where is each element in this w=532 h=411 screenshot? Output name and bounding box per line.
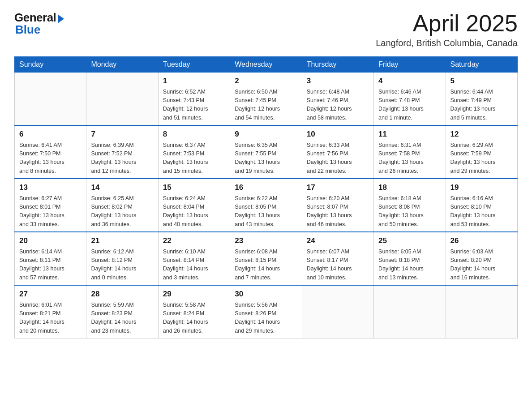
calendar-week-row: 1Sunrise: 6:52 AMSunset: 7:43 PMDaylight… — [15, 73, 518, 126]
day-number: 10 — [307, 128, 369, 140]
calendar-day-cell: 19Sunrise: 6:16 AMSunset: 8:10 PMDayligh… — [446, 179, 517, 232]
calendar-day-cell — [374, 285, 446, 338]
day-number: 2 — [235, 75, 297, 87]
calendar-day-cell: 1Sunrise: 6:52 AMSunset: 7:43 PMDaylight… — [158, 73, 230, 126]
day-info: Sunrise: 6:39 AMSunset: 7:52 PMDaylight:… — [91, 141, 153, 176]
day-number: 6 — [19, 128, 82, 140]
calendar-day-cell: 24Sunrise: 6:07 AMSunset: 8:17 PMDayligh… — [302, 232, 373, 285]
weekday-header-row: SundayMondayTuesdayWednesdayThursdayFrid… — [15, 57, 518, 73]
day-info: Sunrise: 6:48 AMSunset: 7:46 PMDaylight:… — [307, 88, 369, 123]
calendar-day-cell: 14Sunrise: 6:25 AMSunset: 8:02 PMDayligh… — [86, 179, 158, 232]
day-info: Sunrise: 6:52 AMSunset: 7:43 PMDaylight:… — [163, 88, 225, 123]
day-number: 17 — [307, 182, 369, 193]
day-info: Sunrise: 5:58 AMSunset: 8:24 PMDaylight:… — [163, 301, 225, 336]
day-number: 29 — [163, 288, 225, 300]
calendar-day-cell: 3Sunrise: 6:48 AMSunset: 7:46 PMDaylight… — [302, 73, 373, 126]
calendar-day-cell: 2Sunrise: 6:50 AMSunset: 7:45 PMDaylight… — [230, 73, 302, 126]
calendar-day-cell: 11Sunrise: 6:31 AMSunset: 7:58 PMDayligh… — [374, 125, 446, 179]
day-info: Sunrise: 6:33 AMSunset: 7:56 PMDaylight:… — [307, 141, 369, 176]
day-info: Sunrise: 6:16 AMSunset: 8:10 PMDaylight:… — [450, 194, 513, 229]
weekday-header-wednesday: Wednesday — [230, 57, 302, 73]
calendar-day-cell — [15, 73, 86, 126]
day-number: 19 — [450, 182, 513, 193]
calendar-day-cell: 29Sunrise: 5:58 AMSunset: 8:24 PMDayligh… — [158, 285, 230, 338]
day-info: Sunrise: 6:37 AMSunset: 7:53 PMDaylight:… — [163, 141, 225, 176]
day-number: 12 — [450, 128, 513, 140]
weekday-header-monday: Monday — [86, 57, 158, 73]
weekday-header-sunday: Sunday — [15, 57, 86, 73]
calendar-day-cell: 7Sunrise: 6:39 AMSunset: 7:52 PMDaylight… — [86, 125, 158, 179]
day-number: 25 — [378, 235, 441, 247]
day-info: Sunrise: 6:10 AMSunset: 8:14 PMDaylight:… — [163, 248, 225, 283]
day-number: 13 — [19, 182, 82, 193]
weekday-header-thursday: Thursday — [302, 57, 373, 73]
day-info: Sunrise: 6:46 AMSunset: 7:48 PMDaylight:… — [378, 88, 441, 123]
day-info: Sunrise: 6:18 AMSunset: 8:08 PMDaylight:… — [378, 194, 441, 229]
calendar-day-cell — [446, 285, 517, 338]
day-info: Sunrise: 6:50 AMSunset: 7:45 PMDaylight:… — [235, 88, 297, 123]
day-info: Sunrise: 6:22 AMSunset: 8:05 PMDaylight:… — [235, 194, 297, 229]
day-number: 24 — [307, 235, 369, 247]
day-number: 30 — [235, 288, 297, 300]
day-info: Sunrise: 6:24 AMSunset: 8:04 PMDaylight:… — [163, 194, 225, 229]
day-info: Sunrise: 6:27 AMSunset: 8:01 PMDaylight:… — [19, 194, 82, 229]
logo-arrow-icon — [58, 14, 64, 23]
calendar-day-cell: 17Sunrise: 6:20 AMSunset: 8:07 PMDayligh… — [302, 179, 373, 232]
day-number: 1 — [163, 75, 225, 87]
day-number: 16 — [235, 182, 297, 193]
day-info: Sunrise: 5:56 AMSunset: 8:26 PMDaylight:… — [235, 301, 297, 336]
title-area: April 2025 Langford, British Columbia, C… — [376, 11, 518, 48]
day-number: 11 — [378, 128, 441, 140]
weekday-header-saturday: Saturday — [446, 57, 517, 73]
day-number: 9 — [235, 128, 297, 140]
calendar-day-cell: 6Sunrise: 6:41 AMSunset: 7:50 PMDaylight… — [15, 125, 86, 179]
location-subtitle: Langford, British Columbia, Canada — [376, 38, 518, 48]
day-number: 26 — [450, 235, 513, 247]
day-number: 7 — [91, 128, 153, 140]
day-number: 3 — [307, 75, 369, 87]
day-number: 4 — [378, 75, 441, 87]
calendar-day-cell: 8Sunrise: 6:37 AMSunset: 7:53 PMDaylight… — [158, 125, 230, 179]
calendar-day-cell: 23Sunrise: 6:08 AMSunset: 8:15 PMDayligh… — [230, 232, 302, 285]
calendar-day-cell: 9Sunrise: 6:35 AMSunset: 7:55 PMDaylight… — [230, 125, 302, 179]
day-info: Sunrise: 6:31 AMSunset: 7:58 PMDaylight:… — [378, 141, 441, 176]
calendar-table: SundayMondayTuesdayWednesdayThursdayFrid… — [14, 56, 518, 338]
calendar-day-cell: 20Sunrise: 6:14 AMSunset: 8:11 PMDayligh… — [15, 232, 86, 285]
calendar-day-cell: 13Sunrise: 6:27 AMSunset: 8:01 PMDayligh… — [15, 179, 86, 232]
day-number: 22 — [163, 235, 225, 247]
day-number: 14 — [91, 182, 153, 193]
calendar-day-cell: 26Sunrise: 6:03 AMSunset: 8:20 PMDayligh… — [446, 232, 517, 285]
weekday-header-tuesday: Tuesday — [158, 57, 230, 73]
day-info: Sunrise: 6:41 AMSunset: 7:50 PMDaylight:… — [19, 141, 82, 176]
logo: General Blue — [14, 11, 64, 37]
day-number: 27 — [19, 288, 82, 300]
day-info: Sunrise: 6:14 AMSunset: 8:11 PMDaylight:… — [19, 248, 82, 283]
calendar-day-cell: 21Sunrise: 6:12 AMSunset: 8:12 PMDayligh… — [86, 232, 158, 285]
calendar-week-row: 20Sunrise: 6:14 AMSunset: 8:11 PMDayligh… — [15, 232, 518, 285]
calendar-week-row: 6Sunrise: 6:41 AMSunset: 7:50 PMDaylight… — [15, 125, 518, 179]
day-info: Sunrise: 6:44 AMSunset: 7:49 PMDaylight:… — [450, 88, 513, 123]
month-title: April 2025 — [376, 11, 518, 36]
calendar-day-cell: 27Sunrise: 6:01 AMSunset: 8:21 PMDayligh… — [15, 285, 86, 338]
calendar-day-cell: 4Sunrise: 6:46 AMSunset: 7:48 PMDaylight… — [374, 73, 446, 126]
page-header: General Blue April 2025 Langford, Britis… — [14, 11, 518, 48]
day-number: 5 — [450, 75, 513, 87]
day-number: 8 — [163, 128, 225, 140]
day-info: Sunrise: 6:25 AMSunset: 8:02 PMDaylight:… — [91, 194, 153, 229]
calendar-day-cell: 18Sunrise: 6:18 AMSunset: 8:08 PMDayligh… — [374, 179, 446, 232]
day-info: Sunrise: 5:59 AMSunset: 8:23 PMDaylight:… — [91, 301, 153, 336]
calendar-day-cell: 25Sunrise: 6:05 AMSunset: 8:18 PMDayligh… — [374, 232, 446, 285]
calendar-day-cell: 22Sunrise: 6:10 AMSunset: 8:14 PMDayligh… — [158, 232, 230, 285]
day-info: Sunrise: 6:35 AMSunset: 7:55 PMDaylight:… — [235, 141, 297, 176]
day-info: Sunrise: 6:29 AMSunset: 7:59 PMDaylight:… — [450, 141, 513, 176]
day-info: Sunrise: 6:07 AMSunset: 8:17 PMDaylight:… — [307, 248, 369, 283]
day-info: Sunrise: 6:12 AMSunset: 8:12 PMDaylight:… — [91, 248, 153, 283]
day-number: 20 — [19, 235, 82, 247]
calendar-day-cell: 5Sunrise: 6:44 AMSunset: 7:49 PMDaylight… — [446, 73, 517, 126]
calendar-day-cell: 28Sunrise: 5:59 AMSunset: 8:23 PMDayligh… — [86, 285, 158, 338]
day-number: 21 — [91, 235, 153, 247]
day-number: 28 — [91, 288, 153, 300]
calendar-week-row: 13Sunrise: 6:27 AMSunset: 8:01 PMDayligh… — [15, 179, 518, 232]
day-info: Sunrise: 6:08 AMSunset: 8:15 PMDaylight:… — [235, 248, 297, 283]
logo-blue-text: Blue — [15, 23, 40, 37]
